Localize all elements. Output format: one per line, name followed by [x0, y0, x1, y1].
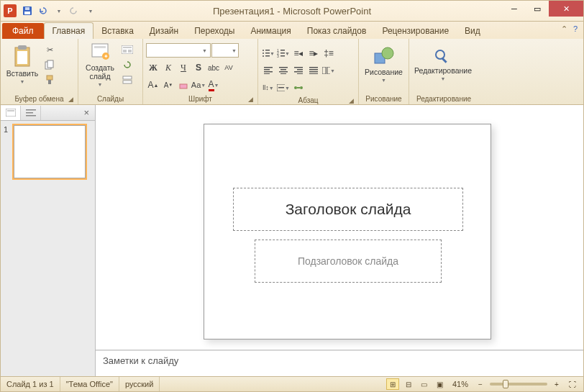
- line-spacing-icon[interactable]: ‡≡: [321, 46, 336, 60]
- font-size-combo[interactable]: ▼: [211, 43, 239, 58]
- slideshow-view-icon[interactable]: ▣: [434, 378, 447, 390]
- smartart-icon[interactable]: [291, 81, 306, 95]
- thumbnails-list: 1: [1, 121, 95, 376]
- align-center-icon[interactable]: [276, 63, 291, 78]
- group-slides: ✦ Создать слайд ▼ Слайды: [78, 39, 143, 104]
- tab-insert[interactable]: Вставка: [93, 23, 142, 39]
- svg-rect-11: [94, 46, 106, 48]
- cut-icon[interactable]: ✂: [42, 43, 57, 56]
- slide-canvas-area[interactable]: Заголовок слайда Подзаголовок слайда: [96, 105, 583, 350]
- grow-font-icon[interactable]: A▲: [146, 78, 160, 92]
- slide[interactable]: Заголовок слайда Подзаголовок слайда: [204, 124, 491, 339]
- copy-icon[interactable]: [42, 58, 57, 71]
- bullets-icon[interactable]: ▼: [261, 46, 275, 60]
- svg-rect-63: [26, 112, 33, 114]
- columns-icon[interactable]: ▼: [321, 63, 336, 78]
- status-language[interactable]: русский: [119, 377, 160, 391]
- justify-icon[interactable]: [306, 63, 321, 78]
- tab-slideshow[interactable]: Показ слайдов: [299, 23, 375, 39]
- decrease-indent-icon[interactable]: ≡◂: [291, 46, 306, 60]
- zoom-slider[interactable]: [490, 383, 547, 386]
- new-slide-label: Создать слайд: [86, 63, 114, 81]
- italic-icon[interactable]: К: [161, 60, 175, 75]
- status-slide-count: Слайд 1 из 1: [1, 377, 60, 391]
- font-family-combo[interactable]: ▼: [146, 43, 211, 58]
- format-painter-icon[interactable]: [42, 73, 57, 86]
- svg-rect-7: [47, 60, 53, 68]
- help-icon[interactable]: ?: [573, 24, 578, 34]
- clear-format-icon[interactable]: [176, 78, 191, 92]
- strike-icon[interactable]: S: [191, 60, 206, 75]
- svg-rect-36: [264, 73, 270, 74]
- svg-point-53: [294, 86, 297, 89]
- change-case-icon[interactable]: Aa▼: [191, 78, 206, 92]
- new-slide-button[interactable]: ✦ Создать слайд ▼: [81, 40, 119, 88]
- normal-view-icon[interactable]: ⊞: [386, 378, 399, 390]
- underline-icon[interactable]: Ч: [176, 60, 191, 75]
- tab-home[interactable]: Главная: [44, 22, 94, 39]
- undo-icon[interactable]: [37, 4, 50, 17]
- svg-rect-19: [123, 81, 132, 83]
- panel-tabs: ×: [1, 105, 95, 121]
- layout-icon[interactable]: [120, 43, 134, 56]
- thumbnails-tab[interactable]: [1, 106, 21, 120]
- outline-tab[interactable]: [21, 106, 41, 120]
- clipboard-launcher-icon[interactable]: ◢: [68, 96, 73, 103]
- redo-icon[interactable]: [68, 4, 81, 17]
- title-placeholder[interactable]: Заголовок слайда: [233, 188, 463, 231]
- svg-text:✦: ✦: [104, 53, 109, 60]
- align-text-icon[interactable]: ▼: [276, 81, 291, 95]
- reading-view-icon[interactable]: ▭: [418, 378, 431, 390]
- undo-dropdown-icon[interactable]: ▼: [53, 4, 65, 17]
- thumbnail-row: 1: [4, 125, 92, 178]
- bold-icon[interactable]: Ж: [146, 60, 160, 75]
- sorter-view-icon[interactable]: ⊟: [402, 378, 415, 390]
- svg-rect-35: [264, 71, 273, 73]
- paragraph-launcher-icon[interactable]: ◢: [349, 97, 354, 104]
- increase-indent-icon[interactable]: ≡▸: [306, 46, 321, 60]
- paste-label: Вставить: [6, 69, 39, 78]
- qat-customize-icon[interactable]: ▼: [84, 4, 97, 17]
- panel-close-icon[interactable]: ×: [78, 107, 95, 118]
- zoom-slider-thumb[interactable]: [503, 380, 508, 388]
- section-icon[interactable]: [120, 73, 134, 86]
- align-left-icon[interactable]: [261, 63, 275, 78]
- shapes-icon: [373, 46, 395, 66]
- maximize-button[interactable]: ▭: [526, 1, 549, 17]
- tab-file[interactable]: Файл: [2, 23, 44, 39]
- font-launcher-icon[interactable]: ◢: [248, 96, 253, 103]
- char-spacing-icon[interactable]: AV: [222, 60, 236, 75]
- notes-pane[interactable]: Заметки к слайду: [96, 350, 583, 376]
- shrink-font-icon[interactable]: A▼: [161, 78, 175, 92]
- tab-animation[interactable]: Анимация: [242, 23, 298, 39]
- minimize-button[interactable]: ─: [503, 1, 526, 17]
- svg-rect-20: [180, 84, 187, 88]
- text-direction-icon[interactable]: ll↕▼: [261, 81, 275, 95]
- zoom-level[interactable]: 41%: [452, 380, 468, 388]
- font-color-icon[interactable]: A▼: [206, 78, 221, 92]
- minimize-ribbon-icon[interactable]: ⌃: [561, 24, 567, 34]
- slide-thumbnail[interactable]: [14, 125, 86, 178]
- zoom-out-icon[interactable]: −: [474, 378, 487, 390]
- tab-design[interactable]: Дизайн: [142, 23, 186, 39]
- subtitle-placeholder[interactable]: Подзаголовок слайда: [255, 240, 442, 283]
- editing-button[interactable]: Редактирование ▼: [412, 40, 474, 88]
- save-icon[interactable]: [21, 4, 34, 17]
- shadow-icon[interactable]: abc: [206, 60, 221, 75]
- tab-view[interactable]: Вид: [457, 23, 488, 39]
- tab-transitions[interactable]: Переходы: [186, 23, 242, 39]
- svg-rect-42: [297, 69, 303, 70]
- tab-review[interactable]: Рецензирование: [374, 23, 457, 39]
- close-button[interactable]: ✕: [549, 1, 583, 17]
- reset-icon[interactable]: [120, 58, 134, 71]
- drawing-button[interactable]: Рисование ▼: [362, 40, 406, 88]
- paste-button[interactable]: Вставить ▼: [4, 40, 41, 88]
- svg-rect-64: [26, 115, 36, 117]
- numbering-icon[interactable]: 123▼: [276, 46, 291, 60]
- fit-window-icon[interactable]: ⛶: [566, 378, 579, 390]
- svg-rect-60: [6, 109, 16, 117]
- svg-rect-40: [280, 73, 286, 74]
- zoom-in-icon[interactable]: +: [550, 378, 563, 390]
- align-right-icon[interactable]: [291, 63, 306, 78]
- svg-rect-38: [280, 69, 286, 70]
